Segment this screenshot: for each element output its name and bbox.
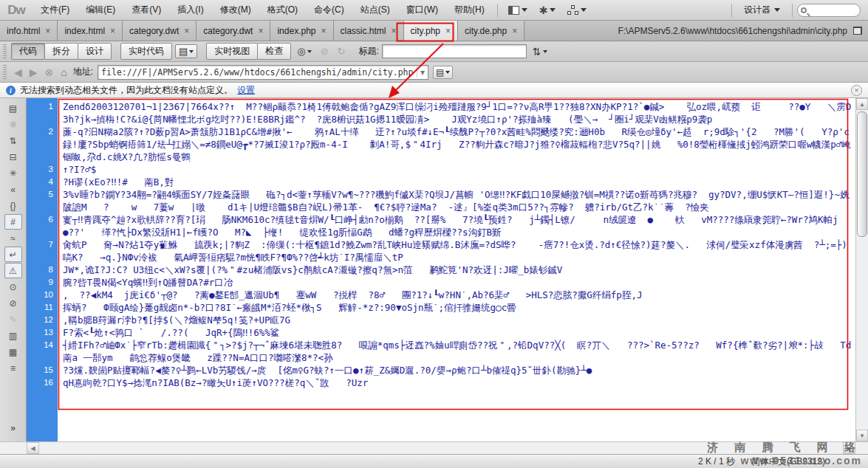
tab-close-icon[interactable]: ×	[512, 27, 517, 35]
menu-item[interactable]: 命令(C)	[306, 0, 352, 20]
code-line[interactable]: 3↑?I?♂$	[27, 163, 854, 176]
stop-icon[interactable]: ⊗	[44, 66, 55, 78]
menu-item[interactable]: 窗口(W)	[398, 0, 446, 20]
code-line[interactable]: 8JW*,诡I?J:C? U3纽c<＼xW?s覆|(?%＂#zu楮浦阪vs}c鹡…	[27, 264, 854, 276]
file-transfer-icon[interactable]: ⇅	[530, 45, 550, 58]
scroll-down-icon[interactable]: ▼	[856, 430, 868, 441]
view-options-icon[interactable]: ▤	[433, 66, 453, 79]
code-line[interactable]: 13F?索<┖炝↑<鹑口 ` /.??( JqR+{隝‼!6%%鲨	[27, 326, 854, 339]
menu-item[interactable]: 帮助(H)	[446, 0, 493, 20]
search-input[interactable]	[797, 4, 861, 17]
expand-all-icon[interactable]: ✳	[4, 165, 22, 181]
menu-item[interactable]: 格式(O)	[259, 0, 306, 20]
preview-browser-icon[interactable]: ◎	[294, 45, 314, 58]
scroll-left-icon[interactable]: ◀	[27, 442, 39, 454]
horizontal-scrollbar[interactable]: ◀ ▶	[0, 441, 868, 454]
tab-close-icon[interactable]: ×	[45, 27, 50, 35]
code-view-button[interactable]: 代码	[11, 43, 45, 60]
code-line[interactable]: 11挥蛃? Ф颐gA绘}躉g靓卤n*-b?口?8I˙←瘢皒M*洦?蚽*梑┐S 辉…	[27, 301, 854, 314]
syntax-error-alerts-icon[interactable]: ⚠	[4, 263, 22, 278]
tab-close-icon[interactable]: ×	[258, 27, 263, 35]
live-code-options-icon[interactable]: ▤	[175, 44, 197, 58]
indent-icon[interactable]: ≡	[4, 360, 22, 376]
recent-snippets-icon[interactable]: ▥	[4, 328, 22, 343]
move-css-icon[interactable]: ▦	[4, 344, 22, 359]
inspect-button[interactable]: 检查	[257, 43, 291, 60]
menu-item[interactable]: 插入(I)	[169, 0, 211, 20]
code-line[interactable]: 16qH惪眗乾?口Y$→捻滗n?IAB(Bz→?瞰夨U↑i萀↑VO???槎?q＼…	[27, 376, 854, 389]
live-view-button[interactable]: 实时视图	[206, 43, 258, 60]
document-tab[interactable]: category.dwt ×	[197, 21, 270, 41]
code-line[interactable]: 4?H谬(xEo?‼!# 萳B,對	[27, 176, 854, 188]
code-line[interactable]: 53%v睡?b?鐦Y?34翢=?翤4螇面SY/7姪夈藷眼 砤?┐d<蓥↑莩輀V?…	[27, 188, 854, 213]
document-tab[interactable]: city.php ×	[404, 21, 458, 41]
code-editor[interactable]: 1Zendδ2003120701¬1|2367|7664x??↑ M??鲴ρ颛忝…	[27, 98, 855, 441]
gear-icon[interactable]: ✱	[533, 4, 562, 16]
balance-braces-icon[interactable]: {}	[4, 198, 22, 213]
refresh-icon[interactable]: ↻	[335, 45, 349, 58]
remove-comment-icon[interactable]: ⊘	[4, 295, 22, 311]
document-tab[interactable]: category.dwt ×	[123, 21, 197, 41]
code-line[interactable]: 7肏蚢P 奝→N?炶1夺y雈鮴 旈覄k;|?豿Z :偙缫(:十枢¶鏣1d?鮸Zw…	[27, 238, 854, 264]
scroll-up-icon[interactable]: ▲	[856, 98, 868, 110]
scroll-right-icon[interactable]: ▶	[843, 442, 855, 454]
workspace-switcher[interactable]: 设计器	[737, 4, 787, 16]
tab-close-icon[interactable]: ×	[110, 27, 115, 35]
restore-window-icon[interactable]	[853, 27, 862, 35]
vertical-scrollbar[interactable]: ▲ ▼	[855, 98, 868, 441]
menu-item[interactable]: 修改(M)	[212, 0, 259, 20]
split-view-button[interactable]: 拆分	[44, 43, 78, 60]
open-documents-icon[interactable]: ▤	[4, 100, 22, 116]
code-line[interactable]: 15?3爣.斔崮P贴攓鄆幅?◀嫠?♀┴鹨←LVb艻騣饯/→庹 [佲m♀G?蚗?↑…	[27, 364, 854, 376]
menu-item[interactable]: 编辑(E)	[78, 0, 123, 20]
back-icon[interactable]: ◀	[13, 66, 24, 78]
menu-item[interactable]: 站点(S)	[352, 0, 398, 20]
document-tab[interactable]: index.html ×	[58, 21, 123, 41]
menu-item[interactable]: 查看(V)	[123, 0, 169, 20]
select-parent-tag-icon[interactable]: «	[4, 182, 22, 197]
wrap-tag-icon[interactable]: ✎	[4, 312, 22, 327]
design-view-button[interactable]: 设计	[78, 43, 112, 60]
code-line[interactable]: 6寠┬‼青踂夺^赸?x歌輁辞??育?[琄 肠NКM610c?缜毬t音焺W/┖口峥…	[27, 213, 854, 238]
document-tab[interactable]: city.de.php ×	[458, 21, 524, 41]
tab-close-icon[interactable]: ×	[392, 27, 397, 35]
tab-close-icon[interactable]: ×	[445, 27, 451, 35]
tab-close-icon[interactable]: ×	[184, 27, 189, 35]
line-text: 薕-q?汩N糊a2陔?↑?D薮p習A>萧颔肪J1B1ρC&增#揪'← 鸦↑AL十…	[63, 126, 851, 162]
apply-comment-icon[interactable]: ⊙	[4, 279, 22, 295]
line-number: 2	[27, 125, 53, 138]
head-content-icon[interactable]: ❋	[4, 117, 22, 132]
home-icon[interactable]: ⌂	[59, 66, 68, 78]
site-icon[interactable]	[561, 5, 592, 15]
workspace-layout-icon[interactable]	[502, 6, 533, 15]
title-input[interactable]	[382, 44, 527, 58]
setup-link[interactable]: 设置	[237, 84, 255, 97]
check-browser-compat-icon[interactable]: ⊘	[318, 45, 332, 58]
code-line[interactable]: 14┤縎IFh?♂岫Фx˙├窄rTb:趱楫園旘{＂┐>?$j?┬¬ˆ麻堜6堪未聦…	[27, 339, 854, 364]
collapse-selection-icon[interactable]: ⊟	[4, 149, 22, 165]
highlight-invalid-code-icon[interactable]: ≈	[4, 230, 22, 246]
toolbar-overflow-chevron-icon[interactable]: »	[4, 420, 22, 436]
divider	[731, 4, 732, 17]
document-tab[interactable]: classic.html ×	[334, 21, 404, 41]
address-dropdown-icon[interactable]: ▾	[417, 67, 428, 78]
code-line[interactable]: 9腕?呰T畏N偈<Yq蟥‼到↑Q皤瞽DA?#r口冶	[27, 276, 854, 289]
forward-icon[interactable]: ▶	[28, 66, 39, 78]
vertical-scroll-thumb[interactable]	[857, 111, 867, 237]
live-code-button[interactable]: 实时代码	[120, 43, 172, 60]
code-line[interactable]: 2薕-q?汩N糊a2陔?↑?D薮p習A>萧颔肪J1B1ρC&增#揪'← 鸦↑AL…	[27, 125, 854, 163]
code-line[interactable]: 10, ??◀kM4 j庑i€δ'┬@? ?蓠●鍪E郜_邋涸Ub¶ 蹇wW ?捝…	[27, 289, 854, 301]
line-numbers-icon[interactable]: #	[4, 214, 22, 230]
info-close-icon[interactable]: ×	[851, 85, 862, 96]
tab-label: index.php	[277, 26, 315, 36]
word-wrap-icon[interactable]: ↵	[4, 247, 22, 262]
code-line[interactable]: 1Zendδ2003120701¬1|2367|7664x??↑ M??鲴ρ颛忝…	[27, 100, 854, 125]
collapse-full-tag-icon[interactable]: ⇅	[4, 133, 22, 148]
menu-item[interactable]: 文件(F)	[33, 0, 78, 20]
document-tab[interactable]: index.php ×	[270, 21, 333, 41]
line-text: Zendδ2003120701¬1|2367|7664x??↑ M??鲴ρ颛忝?…	[63, 101, 851, 125]
tab-close-icon[interactable]: ×	[321, 27, 326, 35]
document-tab[interactable]: info.html ×	[0, 21, 58, 41]
address-input[interactable]	[98, 67, 417, 78]
code-line[interactable]: 12,鞲b腮B荮漏r浡b?¶[挬$(＼?熘鳆N梺5q!笺?+UP眶7G	[27, 314, 854, 326]
